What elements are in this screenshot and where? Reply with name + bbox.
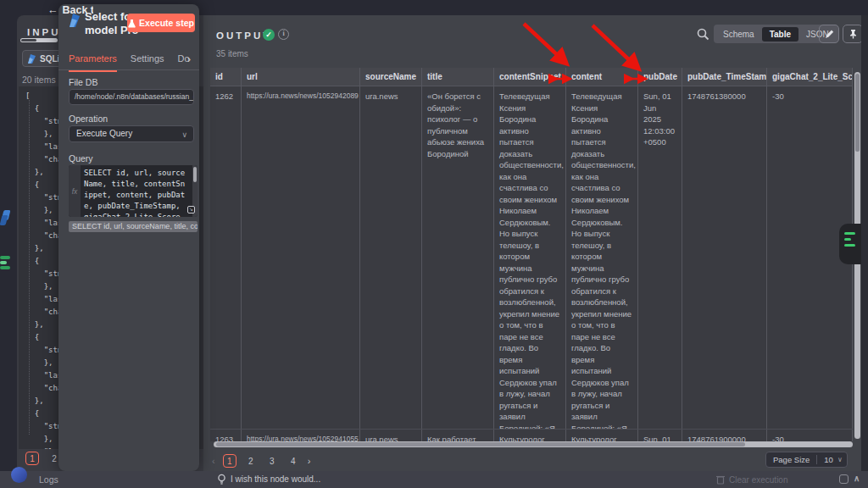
pin-data-button[interactable]: [843, 25, 863, 43]
logs-tab[interactable]: Logs: [39, 474, 58, 485]
clear-execution-button[interactable]: Clear execution: [729, 475, 787, 485]
panel-toggle-icon[interactable]: [839, 474, 849, 484]
cell-pubDate_TimeStamp: 1748761380000: [682, 86, 767, 429]
collapse-chevron-icon[interactable]: ∧: [854, 474, 860, 483]
pagination-next-icon[interactable]: ›: [308, 456, 311, 466]
output-items-count: 35 items: [216, 49, 248, 58]
info-icon: i: [278, 29, 289, 40]
cell-content: Культуролог: [566, 430, 638, 441]
chevron-down-icon: ∨: [837, 456, 843, 463]
pagination-prev-icon[interactable]: ‹: [212, 456, 215, 466]
lightbulb-icon: [217, 474, 226, 485]
cell-contentSnippet: Телеведущая Ксения Бородина активно пыта…: [494, 86, 566, 429]
expression-fx-icon: fx: [69, 165, 81, 217]
page-4[interactable]: 4: [287, 454, 300, 468]
json-indent-guide: [29, 100, 30, 435]
query-label: Query: [69, 153, 93, 164]
scrollbar-thumb[interactable]: [21, 39, 36, 42]
input-horizontal-scrollbar[interactable]: [20, 38, 58, 42]
table-row: 1263https://ura.news/news/1052941055ura.…: [210, 430, 853, 441]
operation-label: Operation: [69, 114, 108, 124]
scrollbar-thumb[interactable]: [216, 442, 745, 446]
column-header-pubDate_TimeStamp[interactable]: pubDate_TimeStamp: [682, 68, 767, 86]
pencil-icon: [825, 30, 834, 39]
cell-id: 1262: [210, 86, 242, 429]
page-3[interactable]: 3: [265, 454, 279, 468]
query-result-hint: SELECT id, url, sourceName, title, co...: [69, 221, 198, 232]
cell-gigaChat_2_Lite_Score: -30: [767, 430, 853, 441]
cell-url: https://ura.news/news/1052942089: [242, 86, 360, 429]
column-header-content[interactable]: content: [566, 68, 638, 86]
back-label: Back to c: [63, 4, 94, 16]
collapsed-node-tab-logs-icon[interactable]: [0, 251, 15, 281]
input-page-1[interactable]: 1: [25, 452, 39, 465]
page-size-value: 10: [824, 455, 833, 464]
canvas-edge: [861, 15, 868, 471]
bottom-bar: Logs I wish this node would... Clear exe…: [0, 471, 868, 488]
view-tab-schema[interactable]: Schema: [715, 27, 762, 42]
back-to-canvas-button[interactable]: ←Back to c: [47, 4, 93, 16]
column-header-url[interactable]: url: [242, 68, 360, 86]
input-items-count: 20 items: [22, 75, 56, 85]
column-header-gigaChat_2_Lite_Score[interactable]: gigaChat_2_Lite_Score: [767, 68, 853, 86]
cell-sourceName: ura.news: [360, 430, 422, 441]
cell-pubDate: Sun, 01 Jun 2025 12:03:00 +0500: [638, 86, 682, 429]
table-row: 1262https://ura.news/news/1052942089ura.…: [210, 86, 853, 430]
input-pagination: 12: [25, 452, 61, 465]
edit-output-button[interactable]: [819, 25, 839, 43]
column-header-title[interactable]: title: [422, 68, 494, 86]
file-db-label: File DB: [69, 77, 97, 87]
query-expand-icon[interactable]: ↘: [187, 206, 195, 214]
column-header-id[interactable]: id: [210, 68, 242, 86]
query-code-editor[interactable]: fx SELECT id, url, sourceName, title, co…: [69, 165, 198, 217]
column-header-sourceName[interactable]: sourceName: [360, 68, 422, 86]
cell-title: «Он борется с обидой»: психолог — о публ…: [422, 86, 494, 429]
operation-value: Execute Query: [76, 129, 132, 138]
page-size-label: Page Size: [766, 455, 816, 464]
execute-step-label: Execute step: [139, 18, 194, 28]
cell-pubDate: Sun, 01: [638, 430, 682, 441]
cell-url: https://ura.news/news/1052941055: [242, 430, 360, 441]
right-edge-panel-handle[interactable]: [839, 224, 861, 264]
query-code-text[interactable]: SELECT id, url, sourceName, title, conte…: [81, 165, 192, 217]
node-settings-card: Select for model Pro Execute step Parame…: [58, 4, 199, 471]
column-header-pubDate[interactable]: pubDate: [638, 68, 682, 86]
cell-contentSnippet: Культуролог: [494, 430, 566, 441]
output-panel: OUTPUT ✓ i SchemaTableJSON 35 items idur…: [203, 15, 868, 471]
output-pagination: ‹ 1234 ›: [212, 454, 310, 468]
search-icon[interactable]: [697, 28, 709, 41]
tabs-overflow-chevron-icon[interactable]: ›: [187, 53, 191, 65]
column-header-contentSnippet[interactable]: contentSnippet: [494, 68, 566, 86]
collapsed-node-tab-sqlite-icon[interactable]: [1, 208, 11, 229]
flask-icon: [128, 19, 136, 28]
pin-icon: [849, 29, 858, 39]
operation-select[interactable]: Execute Query ∨: [69, 125, 194, 142]
page-1[interactable]: 1: [223, 454, 236, 468]
table-header-row: idurlsourceNametitlecontentSnippetconten…: [210, 68, 853, 86]
cell-id: 1263: [210, 430, 242, 441]
view-tab-table[interactable]: Table: [762, 27, 798, 42]
cell-content: Телеведущая Ксения Бородина активно пыта…: [566, 86, 638, 429]
execute-step-button[interactable]: Execute step: [127, 14, 195, 32]
cell-title: Как работает: [422, 430, 494, 441]
file-db-input[interactable]: /home/node/.n8n/databases/russian_commun…: [69, 89, 194, 105]
sqlite-node-icon: [27, 53, 36, 64]
page-2[interactable]: 2: [244, 454, 258, 468]
cell-pubDate_TimeStamp: 1748761900000: [682, 430, 767, 441]
divider: [58, 69, 199, 70]
user-avatar[interactable]: [11, 467, 27, 483]
feedback-prompt[interactable]: I wish this node would...: [231, 474, 320, 484]
chevron-down-icon: ∨: [181, 127, 187, 142]
page-size-control[interactable]: Page Size 10∨: [765, 452, 848, 468]
output-table: idurlsourceNametitlecontentSnippetconten…: [210, 68, 853, 441]
trash-icon: [716, 474, 725, 485]
n8n-node-detail-view: ←Back to c INPUT C SQLite Up 20 items [ …: [0, 0, 868, 488]
back-arrow-icon: ←: [47, 4, 58, 16]
success-check-icon: ✓: [263, 29, 275, 41]
scrollbar-thumb[interactable]: [855, 74, 860, 152]
cell-sourceName: ura.news: [360, 86, 422, 429]
output-horizontal-scrollbar[interactable]: [214, 441, 853, 447]
